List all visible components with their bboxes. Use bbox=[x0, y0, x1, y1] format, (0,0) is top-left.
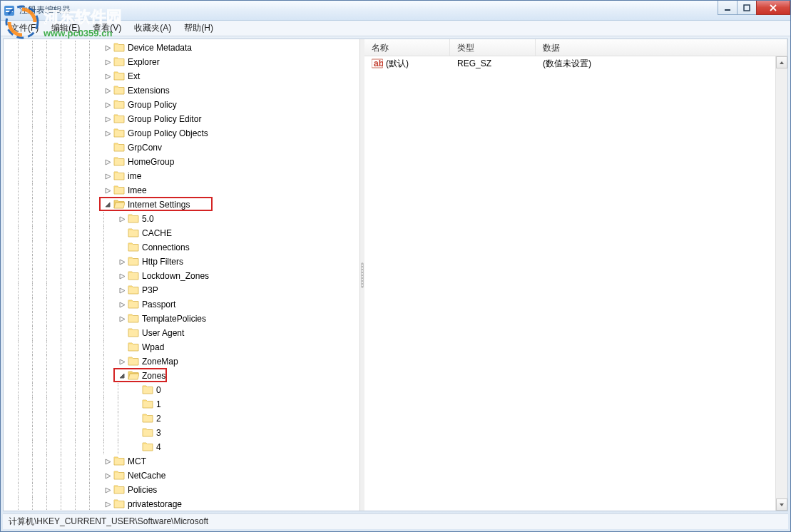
expand-icon[interactable] bbox=[118, 314, 126, 323]
menu-help[interactable]: 帮助(H) bbox=[178, 21, 219, 36]
folder-icon bbox=[113, 70, 128, 83]
collapse-icon[interactable] bbox=[103, 200, 112, 209]
tree-node[interactable]: 3 bbox=[4, 426, 359, 440]
scroll-down-button[interactable] bbox=[776, 498, 787, 511]
tree-node[interactable]: Http Filters bbox=[4, 255, 359, 269]
tree-node[interactable]: Group Policy Objects bbox=[4, 126, 359, 140]
tree-node[interactable]: Zones bbox=[4, 369, 359, 383]
column-name[interactable]: 名称 bbox=[364, 39, 450, 56]
no-expand-icon bbox=[132, 386, 141, 394]
expand-icon[interactable] bbox=[118, 215, 126, 223]
tree-node-label: Zones bbox=[142, 371, 165, 381]
tree-node[interactable]: Connections bbox=[4, 240, 359, 255]
tree-node[interactable]: privatestorage bbox=[4, 497, 359, 511]
expand-icon[interactable] bbox=[103, 457, 112, 466]
column-type[interactable]: 类型 bbox=[450, 39, 536, 56]
tree-node[interactable]: 2 bbox=[4, 411, 359, 426]
expand-icon[interactable] bbox=[103, 158, 112, 166]
values-list[interactable]: (默认)REG_SZ(数值未设置) bbox=[364, 56, 787, 511]
expand-icon[interactable] bbox=[103, 500, 112, 508]
vertical-scrollbar[interactable] bbox=[775, 56, 787, 511]
tree-node[interactable]: Internet Settings bbox=[4, 198, 359, 212]
menu-view[interactable]: 查看(V) bbox=[87, 21, 127, 36]
tree-node[interactable]: 0 bbox=[4, 383, 359, 397]
tree-node[interactable]: 4 bbox=[4, 440, 359, 454]
tree-node[interactable]: User Agent bbox=[4, 326, 359, 340]
expand-icon[interactable] bbox=[103, 101, 112, 109]
tree-node[interactable]: NetCache bbox=[4, 469, 359, 483]
folder-icon bbox=[128, 327, 142, 340]
tree-node[interactable]: Wpad bbox=[4, 340, 359, 354]
tree-node[interactable]: Policies bbox=[4, 483, 359, 497]
folder-icon bbox=[128, 298, 142, 312]
folder-icon bbox=[128, 341, 142, 354]
expand-icon[interactable] bbox=[103, 86, 112, 95]
folder-icon bbox=[113, 455, 128, 469]
tree-node[interactable]: Explorer bbox=[4, 55, 359, 69]
menu-edit[interactable]: 编辑(E) bbox=[46, 21, 86, 36]
minimize-button[interactable] bbox=[718, 1, 738, 15]
tree-node-label: 1 bbox=[156, 399, 161, 409]
expand-icon[interactable] bbox=[103, 471, 112, 480]
tree-node[interactable]: Passport bbox=[4, 297, 359, 312]
tree-node[interactable]: Group Policy Editor bbox=[4, 112, 359, 126]
expand-icon[interactable] bbox=[103, 115, 112, 123]
expand-icon[interactable] bbox=[103, 172, 112, 180]
tree-node[interactable]: 5.0 bbox=[4, 212, 359, 226]
tree-node[interactable]: Ext bbox=[4, 69, 359, 83]
tree-node[interactable]: Imee bbox=[4, 183, 359, 198]
no-expand-icon bbox=[132, 400, 141, 409]
collapse-icon[interactable] bbox=[118, 372, 126, 380]
tree-node[interactable]: MCT bbox=[4, 454, 359, 469]
folder-icon bbox=[113, 56, 128, 69]
tree-node[interactable]: HomeGroup bbox=[4, 155, 359, 169]
folder-icon bbox=[113, 498, 128, 511]
tree-node[interactable]: 1 bbox=[4, 397, 359, 411]
expand-icon[interactable] bbox=[103, 72, 112, 81]
expand-icon[interactable] bbox=[103, 58, 112, 66]
tree-node-label: Policies bbox=[128, 485, 157, 495]
svg-rect-3 bbox=[6, 11, 13, 12]
expand-icon[interactable] bbox=[103, 486, 112, 494]
folder-icon bbox=[142, 398, 156, 411]
tree-node[interactable]: P3P bbox=[4, 283, 359, 297]
tree-node-label: Connections bbox=[142, 242, 190, 252]
statusbar-path: 计算机\HKEY_CURRENT_USER\Software\Microsoft bbox=[9, 516, 208, 528]
expand-icon[interactable] bbox=[118, 357, 126, 366]
folder-icon bbox=[113, 98, 128, 112]
values-pane: 名称 类型 数据 (默认)REG_SZ(数值未设置) bbox=[364, 39, 787, 511]
tree-pane[interactable]: Device MetadataExplorerExtExtensionsGrou… bbox=[4, 39, 360, 511]
statusbar: 计算机\HKEY_CURRENT_USER\Software\Microsoft bbox=[3, 513, 788, 529]
tree-node[interactable]: ZoneMap bbox=[4, 354, 359, 369]
menu-favorites[interactable]: 收藏夹(A) bbox=[128, 21, 177, 36]
tree-node[interactable]: CACHE bbox=[4, 226, 359, 240]
values-header: 名称 类型 数据 bbox=[364, 39, 787, 56]
tree-node[interactable]: Device Metadata bbox=[4, 41, 359, 55]
column-data[interactable]: 数据 bbox=[536, 39, 787, 56]
tree-node-label: Wpad bbox=[142, 342, 164, 352]
folder-icon bbox=[142, 441, 156, 454]
tree-node[interactable]: TemplatePolicies bbox=[4, 312, 359, 326]
expand-icon[interactable] bbox=[103, 44, 112, 52]
scroll-up-button[interactable] bbox=[776, 56, 787, 68]
tree-node-label: GrpConv bbox=[128, 143, 162, 153]
expand-icon[interactable] bbox=[118, 286, 126, 295]
tree-node[interactable]: Extensions bbox=[4, 83, 359, 98]
titlebar[interactable]: 注册表编辑器 bbox=[1, 1, 790, 21]
tree-node[interactable]: Lockdown_Zones bbox=[4, 269, 359, 283]
tree-node-label: Ext bbox=[128, 71, 140, 81]
registry-tree[interactable]: Device MetadataExplorerExtExtensionsGrou… bbox=[4, 39, 359, 511]
close-button[interactable] bbox=[756, 1, 790, 15]
expand-icon[interactable] bbox=[118, 300, 126, 309]
menu-file[interactable]: 文件(F) bbox=[5, 21, 44, 36]
maximize-button[interactable] bbox=[737, 1, 757, 15]
expand-icon[interactable] bbox=[103, 129, 112, 138]
value-row[interactable]: (默认)REG_SZ(数值未设置) bbox=[364, 56, 787, 71]
expand-icon[interactable] bbox=[118, 257, 126, 266]
tree-node[interactable]: ime bbox=[4, 169, 359, 183]
tree-node[interactable]: GrpConv bbox=[4, 140, 359, 155]
expand-icon[interactable] bbox=[118, 272, 126, 280]
tree-node[interactable]: Group Policy bbox=[4, 98, 359, 112]
expand-icon[interactable] bbox=[103, 186, 112, 195]
tree-node-label: ime bbox=[128, 171, 141, 181]
